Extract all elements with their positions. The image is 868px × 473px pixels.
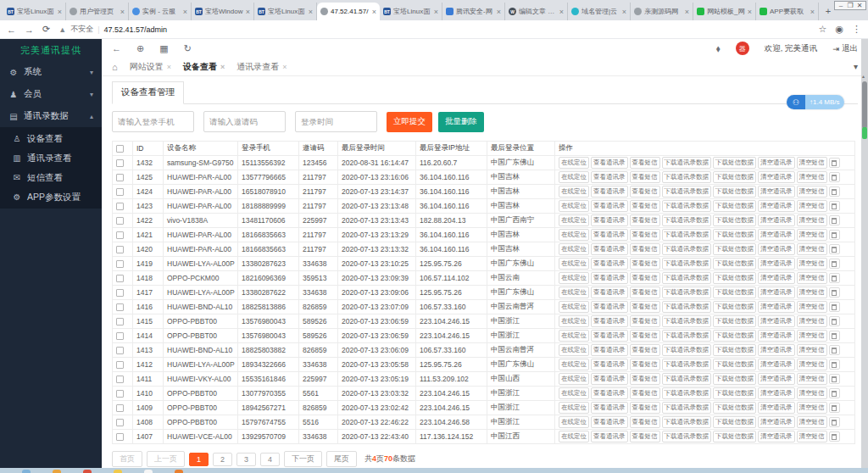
row-checkbox[interactable] — [116, 231, 124, 239]
op-button[interactable]: 查看短信 — [630, 387, 660, 399]
browser-tab[interactable]: W 编辑文章 - 编 × — [505, 3, 568, 20]
row-checkbox[interactable] — [116, 376, 124, 383]
op-button[interactable]: 在线定位 — [559, 272, 589, 284]
delete-row-button[interactable] — [829, 359, 840, 370]
op-button[interactable]: 清空通讯录 — [758, 258, 795, 270]
delete-row-button[interactable] — [829, 345, 840, 355]
op-button[interactable]: 清空短信 — [797, 157, 827, 169]
page-button-2[interactable]: 2 — [213, 453, 232, 466]
op-button[interactable]: 清空短信 — [797, 402, 827, 414]
op-button[interactable]: 查看短信 — [630, 431, 660, 442]
row-checkbox[interactable] — [116, 275, 124, 282]
profile-icon[interactable]: ◉ — [835, 24, 843, 35]
op-button[interactable]: 查看短信 — [630, 301, 660, 313]
op-button[interactable]: 清空短信 — [797, 387, 827, 399]
browser-tab[interactable]: 腾讯安全-网 × — [442, 3, 505, 20]
op-button[interactable]: 清空通讯录 — [758, 229, 795, 241]
op-button[interactable]: 清空通讯录 — [758, 186, 795, 198]
op-button[interactable]: 查看短信 — [630, 200, 660, 212]
op-button[interactable]: 查看短信 — [630, 186, 660, 198]
row-checkbox[interactable] — [116, 332, 124, 340]
browser-tab[interactable]: 实例 - 云服 × — [129, 3, 192, 20]
op-button[interactable]: 在线定位 — [559, 287, 589, 298]
op-button[interactable]: 清空通讯录 — [758, 301, 795, 313]
op-button[interactable]: 下载通讯录数据 — [662, 229, 712, 241]
op-button[interactable]: 清空通讯录 — [758, 416, 795, 428]
page-button-4[interactable]: 4 — [260, 453, 280, 466]
tab-close-icon[interactable]: × — [748, 8, 752, 16]
op-button[interactable]: 清空通讯录 — [758, 287, 795, 298]
op-button[interactable]: 清空短信 — [797, 330, 827, 342]
op-button[interactable]: 清空短信 — [797, 200, 827, 212]
op-button[interactable]: 清空短信 — [797, 272, 827, 284]
delete-row-button[interactable] — [829, 302, 840, 312]
op-button[interactable]: 下载通讯录数据 — [662, 186, 712, 198]
op-button[interactable]: 下载短信数据 — [713, 344, 756, 356]
delete-row-button[interactable] — [829, 215, 840, 225]
prev-page-button[interactable]: 上一页 — [147, 451, 185, 467]
op-button[interactable]: 查看短信 — [630, 402, 660, 414]
first-page-button[interactable]: 首页 — [112, 451, 142, 467]
row-checkbox[interactable] — [116, 347, 124, 354]
op-button[interactable]: 下载通讯录数据 — [662, 171, 712, 183]
login-phone-input[interactable] — [112, 111, 194, 132]
sidebar-item-sms-view[interactable]: ✉ 短信查看 — [0, 168, 102, 187]
op-button[interactable]: 下载短信数据 — [713, 402, 756, 414]
op-button[interactable]: 查看短信 — [630, 157, 660, 169]
browser-tab[interactable]: 用户管理页 × — [66, 3, 129, 20]
op-button[interactable]: 查看通讯录 — [591, 301, 628, 313]
back-icon[interactable]: ← — [7, 25, 16, 35]
op-button[interactable]: 下载通讯录数据 — [662, 315, 712, 327]
reload-icon[interactable]: ⟳ — [42, 24, 50, 35]
op-button[interactable]: 在线定位 — [559, 171, 589, 183]
op-button[interactable]: 查看短信 — [630, 287, 660, 298]
tab-close-icon[interactable]: × — [434, 8, 438, 16]
op-button[interactable]: 下载通讯录数据 — [662, 258, 712, 270]
tab-close-icon[interactable]: × — [183, 8, 187, 16]
close-icon[interactable]: × — [282, 63, 287, 71]
row-checkbox[interactable] — [116, 159, 124, 167]
crumb-tab-contacts-view[interactable]: 通讯录查看 × — [236, 61, 287, 73]
taskbar-icon[interactable] — [114, 470, 122, 473]
refresh-icon[interactable]: ↻ — [184, 43, 192, 54]
row-checkbox[interactable] — [116, 260, 124, 268]
delete-row-button[interactable] — [829, 273, 840, 283]
op-button[interactable]: 下载通讯录数据 — [662, 330, 712, 342]
op-button[interactable]: 查看通讯录 — [591, 416, 628, 428]
op-button[interactable]: 清空短信 — [797, 315, 827, 327]
next-page-button[interactable]: 下一页 — [284, 451, 322, 467]
crumb-tab-device-view[interactable]: 设备查看 × — [183, 61, 225, 73]
tab-close-icon[interactable]: × — [685, 8, 689, 16]
op-button[interactable]: 下载短信数据 — [713, 272, 756, 284]
select-all-checkbox[interactable] — [116, 145, 124, 153]
logout-button[interactable]: ⇥ 退出 — [832, 43, 858, 54]
op-button[interactable]: 下载短信数据 — [713, 416, 756, 428]
op-button[interactable]: 清空通讯录 — [758, 402, 795, 414]
op-button[interactable]: 清空短信 — [797, 416, 827, 428]
op-button[interactable]: 下载短信数据 — [713, 186, 756, 198]
op-button[interactable]: 下载通讯录数据 — [662, 387, 712, 399]
op-button[interactable]: 下载通讯录数据 — [662, 214, 712, 226]
op-button[interactable]: 查看短信 — [630, 258, 660, 270]
op-button[interactable]: 下载通讯录数据 — [662, 359, 712, 370]
delete-row-button[interactable] — [829, 287, 840, 298]
row-checkbox[interactable] — [116, 303, 124, 311]
avatar[interactable]: 器 — [736, 42, 749, 55]
submit-button[interactable]: 立即提交 — [387, 112, 432, 132]
op-button[interactable]: 在线定位 — [559, 416, 589, 428]
delete-row-button[interactable] — [829, 331, 840, 341]
chevron-down-icon[interactable]: ▾ — [854, 62, 858, 71]
op-button[interactable]: 查看短信 — [630, 229, 660, 241]
op-button[interactable]: 清空通讯录 — [758, 359, 795, 370]
op-button[interactable]: 查看通讯录 — [591, 359, 628, 370]
row-checkbox[interactable] — [116, 361, 124, 369]
delete-row-button[interactable] — [829, 201, 840, 211]
op-button[interactable]: 查看通讯录 — [591, 200, 628, 212]
op-button[interactable]: 查看通讯录 — [591, 315, 628, 327]
tab-close-icon[interactable]: × — [246, 8, 250, 16]
op-button[interactable]: 清空通讯录 — [758, 387, 795, 399]
window-minimize-icon[interactable]: – — [837, 2, 845, 9]
close-icon[interactable]: × — [167, 63, 171, 71]
op-button[interactable]: 清空短信 — [797, 258, 827, 270]
op-button[interactable]: 清空通讯录 — [758, 315, 795, 327]
